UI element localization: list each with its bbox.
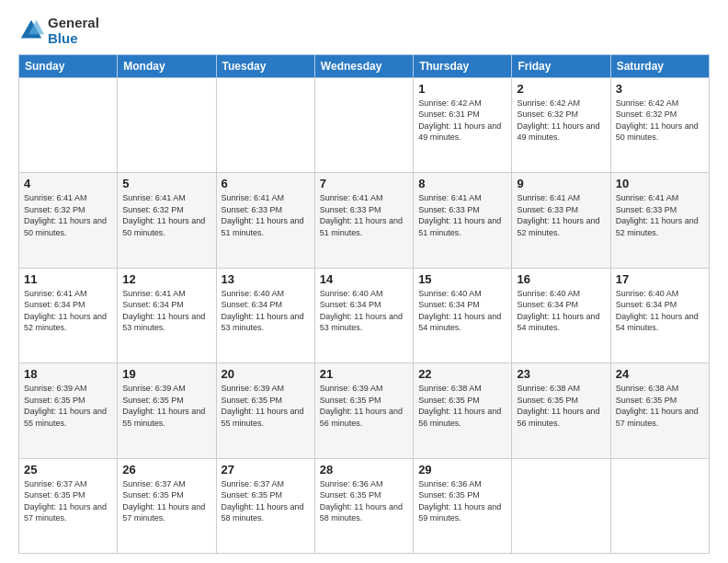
day-number: 9 [517,177,605,190]
day-info: Sunrise: 6:41 AM Sunset: 6:33 PM Dayligh… [517,192,605,238]
day-number: 22 [418,367,506,381]
day-info: Sunrise: 6:42 AM Sunset: 6:31 PM Dayligh… [418,98,506,144]
day-info: Sunrise: 6:40 AM Sunset: 6:34 PM Dayligh… [222,288,310,334]
day-number: 24 [616,367,704,381]
calendar-cell: 6Sunrise: 6:41 AM Sunset: 6:33 PM Daylig… [216,173,314,269]
day-info: Sunrise: 6:37 AM Sunset: 6:35 PM Dayligh… [222,478,310,524]
day-number: 23 [517,367,605,381]
day-info: Sunrise: 6:40 AM Sunset: 6:34 PM Dayligh… [320,288,408,334]
day-info: Sunrise: 6:38 AM Sunset: 6:35 PM Dayligh… [517,383,605,429]
day-info: Sunrise: 6:41 AM Sunset: 6:34 PM Dayligh… [122,288,210,334]
day-number: 10 [616,177,704,190]
calendar-cell: 18Sunrise: 6:39 AM Sunset: 6:35 PM Dayli… [19,363,118,459]
calendar-cell [512,458,610,554]
weekday-header-sunday: Sunday [19,54,118,77]
day-number: 26 [122,463,210,477]
day-info: Sunrise: 6:39 AM Sunset: 6:35 PM Dayligh… [122,383,210,429]
week-row-3: 11Sunrise: 6:41 AM Sunset: 6:34 PM Dayli… [19,268,710,363]
calendar-cell: 2Sunrise: 6:42 AM Sunset: 6:32 PM Daylig… [512,77,610,173]
week-row-1: 1Sunrise: 6:42 AM Sunset: 6:31 PM Daylig… [19,77,710,173]
day-number: 13 [222,272,310,286]
weekday-header-row: SundayMondayTuesdayWednesdayThursdayFrid… [19,54,710,77]
day-number: 25 [24,463,112,477]
day-info: Sunrise: 6:40 AM Sunset: 6:34 PM Dayligh… [616,288,704,334]
day-info: Sunrise: 6:41 AM Sunset: 6:32 PM Dayligh… [24,192,112,238]
day-number: 8 [418,177,506,190]
day-info: Sunrise: 6:40 AM Sunset: 6:34 PM Dayligh… [517,288,605,334]
calendar-cell: 1Sunrise: 6:42 AM Sunset: 6:31 PM Daylig… [414,77,512,173]
day-info: Sunrise: 6:38 AM Sunset: 6:35 PM Dayligh… [418,383,506,429]
calendar-cell: 14Sunrise: 6:40 AM Sunset: 6:34 PM Dayli… [314,268,413,363]
day-info: Sunrise: 6:42 AM Sunset: 6:32 PM Dayligh… [616,98,704,144]
calendar-cell: 25Sunrise: 6:37 AM Sunset: 6:35 PM Dayli… [19,458,118,554]
weekday-header-friday: Friday [512,54,610,77]
calendar-cell [118,77,216,173]
day-info: Sunrise: 6:36 AM Sunset: 6:35 PM Dayligh… [320,478,408,524]
day-info: Sunrise: 6:39 AM Sunset: 6:35 PM Dayligh… [320,383,408,429]
calendar-cell: 9Sunrise: 6:41 AM Sunset: 6:33 PM Daylig… [512,173,610,269]
week-row-5: 25Sunrise: 6:37 AM Sunset: 6:35 PM Dayli… [19,458,710,554]
calendar-cell [314,77,413,173]
page: General Blue SundayMondayTuesdayWednesda… [0,0,728,563]
calendar-cell: 27Sunrise: 6:37 AM Sunset: 6:35 PM Dayli… [216,458,314,554]
day-info: Sunrise: 6:41 AM Sunset: 6:33 PM Dayligh… [616,192,704,238]
day-info: Sunrise: 6:38 AM Sunset: 6:35 PM Dayligh… [616,383,704,429]
logo: General Blue [18,15,99,47]
day-info: Sunrise: 6:41 AM Sunset: 6:33 PM Dayligh… [418,192,506,238]
day-number: 7 [320,177,408,190]
day-info: Sunrise: 6:37 AM Sunset: 6:35 PM Dayligh… [24,478,112,524]
day-info: Sunrise: 6:41 AM Sunset: 6:32 PM Dayligh… [122,192,210,238]
day-number: 6 [222,177,310,190]
day-number: 17 [616,272,704,286]
logo-text: General Blue [48,15,99,47]
calendar-cell: 12Sunrise: 6:41 AM Sunset: 6:34 PM Dayli… [118,268,216,363]
day-number: 3 [616,82,704,96]
calendar-cell: 21Sunrise: 6:39 AM Sunset: 6:35 PM Dayli… [314,363,413,459]
day-number: 21 [320,367,408,381]
day-info: Sunrise: 6:41 AM Sunset: 6:33 PM Dayligh… [320,192,408,238]
weekday-header-monday: Monday [118,54,216,77]
day-number: 12 [122,272,210,286]
day-info: Sunrise: 6:40 AM Sunset: 6:34 PM Dayligh… [418,288,506,334]
calendar-cell: 26Sunrise: 6:37 AM Sunset: 6:35 PM Dayli… [118,458,216,554]
day-number: 1 [418,82,506,96]
day-number: 29 [418,463,506,477]
day-info: Sunrise: 6:41 AM Sunset: 6:34 PM Dayligh… [24,288,112,334]
calendar-cell: 7Sunrise: 6:41 AM Sunset: 6:33 PM Daylig… [314,173,413,269]
day-info: Sunrise: 6:42 AM Sunset: 6:32 PM Dayligh… [517,98,605,144]
calendar-cell: 20Sunrise: 6:39 AM Sunset: 6:35 PM Dayli… [216,363,314,459]
calendar-cell: 17Sunrise: 6:40 AM Sunset: 6:34 PM Dayli… [610,268,709,363]
day-number: 28 [320,463,408,477]
calendar-cell: 15Sunrise: 6:40 AM Sunset: 6:34 PM Dayli… [414,268,512,363]
calendar-cell: 24Sunrise: 6:38 AM Sunset: 6:35 PM Dayli… [610,363,709,459]
day-number: 16 [517,272,605,286]
day-number: 14 [320,272,408,286]
logo-general: General [48,15,99,30]
calendar-cell: 8Sunrise: 6:41 AM Sunset: 6:33 PM Daylig… [414,173,512,269]
day-info: Sunrise: 6:39 AM Sunset: 6:35 PM Dayligh… [24,383,112,429]
calendar-cell: 10Sunrise: 6:41 AM Sunset: 6:33 PM Dayli… [610,173,709,269]
calendar-cell [610,458,709,554]
logo-blue: Blue [48,30,78,46]
day-number: 11 [24,272,112,286]
calendar-table: SundayMondayTuesdayWednesdayThursdayFrid… [18,54,710,555]
calendar-cell: 19Sunrise: 6:39 AM Sunset: 6:35 PM Dayli… [118,363,216,459]
day-number: 20 [222,367,310,381]
day-number: 2 [517,82,605,96]
weekday-header-wednesday: Wednesday [314,54,413,77]
day-number: 27 [222,463,310,477]
week-row-4: 18Sunrise: 6:39 AM Sunset: 6:35 PM Dayli… [19,363,710,459]
calendar-cell: 4Sunrise: 6:41 AM Sunset: 6:32 PM Daylig… [19,173,118,269]
day-number: 4 [24,177,112,190]
calendar-cell: 11Sunrise: 6:41 AM Sunset: 6:34 PM Dayli… [19,268,118,363]
calendar-cell: 3Sunrise: 6:42 AM Sunset: 6:32 PM Daylig… [610,77,709,173]
calendar-cell: 29Sunrise: 6:36 AM Sunset: 6:35 PM Dayli… [414,458,512,554]
header: General Blue [18,15,710,47]
day-info: Sunrise: 6:36 AM Sunset: 6:35 PM Dayligh… [418,478,506,524]
calendar-cell: 5Sunrise: 6:41 AM Sunset: 6:32 PM Daylig… [118,173,216,269]
day-info: Sunrise: 6:41 AM Sunset: 6:33 PM Dayligh… [222,192,310,238]
calendar-cell: 22Sunrise: 6:38 AM Sunset: 6:35 PM Dayli… [414,363,512,459]
weekday-header-saturday: Saturday [610,54,709,77]
week-row-2: 4Sunrise: 6:41 AM Sunset: 6:32 PM Daylig… [19,173,710,269]
weekday-header-tuesday: Tuesday [216,54,314,77]
